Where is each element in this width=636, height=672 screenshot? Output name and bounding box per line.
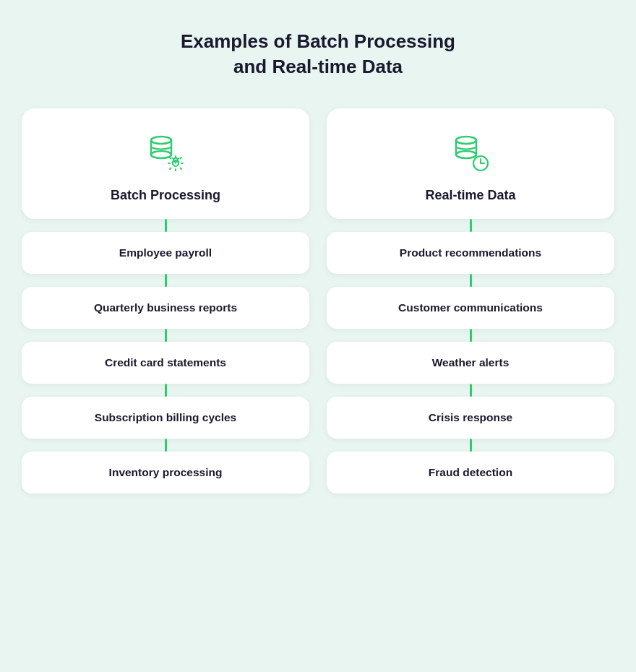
batch-item-2: Credit card statements — [22, 342, 309, 384]
page-title: Examples of Batch Processing and Real-ti… — [22, 29, 614, 79]
batch-header-title: Batch Processing — [111, 188, 220, 203]
batch-header-card: Batch Processing — [22, 108, 309, 219]
realtime-connector-1 — [470, 274, 472, 287]
batch-item-3: Subscription billing cycles — [22, 397, 309, 439]
batch-column: Batch Processing Employee payroll Quarte… — [22, 108, 309, 494]
batch-item-1: Quarterly business reports — [22, 287, 309, 329]
svg-point-0 — [151, 137, 171, 144]
svg-point-8 — [456, 151, 476, 158]
svg-point-5 — [456, 137, 476, 144]
realtime-connector-3 — [470, 384, 472, 397]
realtime-item-1: Customer communications — [327, 287, 614, 329]
realtime-item-3: Crisis response — [327, 397, 614, 439]
realtime-column: Real-time Data Product recommendations C… — [327, 108, 614, 494]
svg-point-3 — [151, 151, 171, 158]
realtime-header-card: Real-time Data — [327, 108, 614, 219]
batch-icon — [141, 129, 190, 178]
columns-layout: Batch Processing Employee payroll Quarte… — [22, 108, 614, 494]
realtime-header-title: Real-time Data — [425, 188, 515, 203]
realtime-item-4: Fraud detection — [327, 452, 614, 494]
batch-connector-2 — [165, 329, 167, 342]
batch-connector-0 — [165, 219, 167, 232]
batch-connector-4 — [165, 439, 167, 452]
realtime-connector-4 — [470, 439, 472, 452]
batch-item-0: Employee payroll — [22, 232, 309, 274]
realtime-icon — [446, 129, 495, 178]
realtime-connector-0 — [470, 219, 472, 232]
realtime-item-2: Weather alerts — [327, 342, 614, 384]
batch-connector-1 — [165, 274, 167, 287]
page-container: Examples of Batch Processing and Real-ti… — [22, 29, 614, 494]
batch-connector-3 — [165, 384, 167, 397]
realtime-item-0: Product recommendations — [327, 232, 614, 274]
batch-item-4: Inventory processing — [22, 452, 309, 494]
realtime-connector-2 — [470, 329, 472, 342]
